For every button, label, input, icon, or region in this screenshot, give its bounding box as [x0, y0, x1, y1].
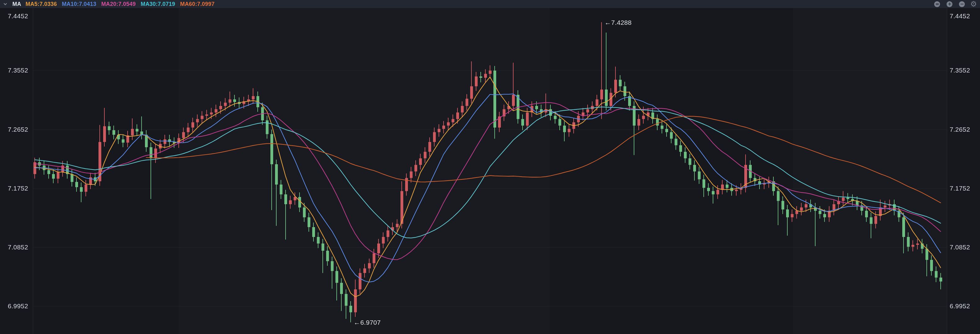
zoom-in-icon[interactable]: + [947, 1, 953, 7]
legend-item-ma5: MA5:7.0336 [26, 1, 57, 7]
chart-toolbar: =+−⚙ [934, 0, 980, 8]
price-label-left: 7.0852 [8, 244, 28, 251]
price-label-right: 7.0852 [950, 244, 970, 251]
panel-toggle-icon[interactable]: = [934, 1, 940, 7]
price-label-left: 6.9952 [8, 303, 28, 310]
price-label-right: 7.3552 [950, 67, 970, 74]
legend-item-ma10: MA10:7.0413 [62, 1, 96, 7]
settings-icon[interactable]: ⚙ [970, 0, 977, 8]
price-label-right: 6.9952 [950, 303, 970, 310]
indicator-group-label[interactable]: MA [13, 1, 21, 8]
indicator-legend: MA MA5:7.0336MA10:7.0413MA20:7.0549MA30:… [0, 1, 220, 8]
zoom-out-icon[interactable]: − [959, 1, 965, 7]
price-label-right: 7.1752 [950, 185, 970, 192]
high-price-annotation: ←7.4288 [605, 19, 632, 26]
legend-item-ma20: MA20:7.0549 [101, 1, 136, 7]
low-price-annotation: ←6.9707 [354, 319, 381, 326]
trading-chart-app: MA MA5:7.0336MA10:7.0413MA20:7.0549MA30:… [0, 0, 980, 334]
ma-legend-values: MA5:7.0336MA10:7.0413MA20:7.0549MA30:7.0… [26, 1, 220, 8]
price-label-left: 7.3552 [8, 67, 28, 74]
price-label-left: 7.2652 [8, 126, 28, 133]
price-label-right: 7.2652 [950, 126, 970, 133]
chevron-down-icon[interactable] [3, 1, 8, 7]
price-label-left: 7.4452 [8, 13, 28, 19]
price-label-left: 7.1752 [8, 185, 28, 192]
chart-topbar: MA MA5:7.0336MA10:7.0413MA20:7.0549MA30:… [0, 0, 980, 8]
price-label-right: 7.4452 [950, 13, 970, 19]
legend-item-ma30: MA30:7.0719 [141, 1, 175, 7]
legend-item-ma60: MA60:7.0997 [180, 1, 214, 7]
candlestick-chart-canvas[interactable] [0, 0, 980, 334]
